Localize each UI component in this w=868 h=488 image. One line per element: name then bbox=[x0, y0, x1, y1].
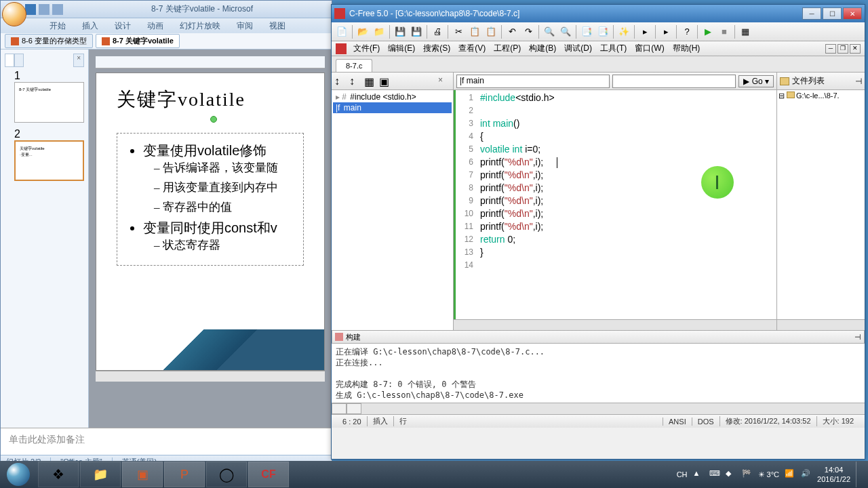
tree-main[interactable]: |f main bbox=[333, 102, 452, 113]
ribbon-tab-design[interactable]: 设计 bbox=[106, 18, 139, 33]
undo-icon[interactable] bbox=[39, 4, 50, 15]
code-editor[interactable]: 1234567891011121314 #include<stdio.h> in… bbox=[454, 90, 776, 319]
redo-icon[interactable]: ↷ bbox=[522, 26, 534, 38]
cfree-titlebar[interactable]: C-Free 5.0 - [G:\c-lesson\chap8\8-7\code… bbox=[332, 5, 865, 22]
menu-file[interactable]: 文件(F) bbox=[349, 43, 384, 54]
close-button[interactable]: ✕ bbox=[843, 7, 862, 20]
undo-icon[interactable]: ↶ bbox=[506, 26, 518, 38]
slide-content-placeholder[interactable]: 变量使用volatile修饰 告诉编译器，该变量随 用该变量直接到内存中 寄存器… bbox=[117, 133, 304, 266]
file-tree-item[interactable]: ⊟ G:\c-le...\8-7. bbox=[778, 92, 863, 100]
horizontal-scrollbar[interactable] bbox=[96, 371, 325, 382]
ppt-titlebar[interactable]: 8-7 关键字volatile - Microsof bbox=[1, 1, 332, 18]
pin-icon[interactable]: ⊣ bbox=[854, 333, 861, 342]
slide-thumb-1[interactable]: 8-7 关键字volatile bbox=[14, 82, 84, 123]
file-tab[interactable]: 8-7.c bbox=[336, 59, 372, 72]
wand-icon[interactable]: ✨ bbox=[618, 26, 630, 38]
minimize-button[interactable]: ─ bbox=[802, 7, 821, 20]
ribbon-tab-slideshow[interactable]: 幻灯片放映 bbox=[172, 18, 229, 33]
outline-tab[interactable] bbox=[14, 54, 24, 67]
start-button[interactable] bbox=[0, 461, 37, 488]
maximize-panel-icon[interactable]: ▣ bbox=[379, 75, 391, 87]
taskbar-powerpoint[interactable]: P bbox=[164, 462, 205, 487]
clock[interactable]: 14:04 2016/1/22 bbox=[817, 465, 850, 484]
find2-icon[interactable]: 🔍 bbox=[559, 26, 572, 38]
open-icon[interactable]: 📂 bbox=[357, 26, 369, 38]
help-icon[interactable]: ? bbox=[681, 26, 693, 38]
code-body[interactable]: #include<stdio.h> int main(){ volatile i… bbox=[477, 90, 776, 319]
taskbar-explorer[interactable]: 📁 bbox=[80, 462, 121, 487]
ribbon-tab-home[interactable]: 开始 bbox=[41, 18, 74, 33]
flag-icon[interactable]: 🏁 bbox=[742, 469, 753, 480]
bookmark2-icon[interactable]: 📑 bbox=[597, 26, 609, 38]
qat-more-icon[interactable] bbox=[66, 4, 77, 15]
build-tab-2[interactable] bbox=[347, 403, 361, 414]
saveall-icon[interactable]: 💾 bbox=[410, 26, 422, 38]
file-tree[interactable]: ⊟ G:\c-le...\8-7. bbox=[777, 90, 865, 319]
rotate-handle-icon[interactable] bbox=[210, 116, 217, 123]
new-file-icon[interactable]: 📄 bbox=[336, 26, 348, 38]
layout-icon[interactable]: ▦ bbox=[739, 26, 751, 38]
cut-icon[interactable]: ✂ bbox=[452, 26, 465, 38]
office-button[interactable] bbox=[2, 2, 26, 26]
menu-debug[interactable]: 调试(D) bbox=[560, 43, 596, 54]
build-panel-header[interactable]: 构建 ⊣ bbox=[332, 330, 865, 344]
close-panel-icon[interactable]: × bbox=[73, 54, 84, 67]
sort2-icon[interactable]: ↕ bbox=[349, 75, 361, 87]
maximize-button[interactable]: ☐ bbox=[823, 7, 842, 20]
pin-icon[interactable]: ⊣ bbox=[855, 77, 862, 86]
member-combo[interactable] bbox=[612, 75, 736, 88]
slide-thumb-2[interactable]: 关键字volatile·变量... bbox=[14, 140, 84, 181]
tray-icon-2[interactable]: ◆ bbox=[726, 469, 736, 480]
taskbar-app-1[interactable]: ❖ bbox=[38, 462, 79, 487]
tree-include[interactable]: ▸ # #include <stdio.h> bbox=[333, 92, 452, 102]
tray-icon-1[interactable]: ▲ bbox=[693, 469, 704, 480]
build-tab-1[interactable] bbox=[332, 403, 347, 414]
menu-search[interactable]: 搜索(S) bbox=[419, 43, 454, 54]
doc-tab-1[interactable]: 8-6 变量的存储类型 bbox=[5, 34, 93, 48]
menu-edit[interactable]: 编辑(E) bbox=[384, 43, 419, 54]
volume-icon[interactable]: 🔊 bbox=[801, 469, 812, 480]
menu-window[interactable]: 窗口(W) bbox=[631, 43, 668, 54]
taskbar-browser[interactable]: ◯ bbox=[206, 462, 247, 487]
taskbar-powerpoint-viewer[interactable]: ▣ bbox=[122, 462, 163, 487]
t2-icon[interactable]: ▸ bbox=[660, 26, 672, 38]
editor-hscroll[interactable] bbox=[454, 319, 776, 330]
run-icon[interactable]: ▶ bbox=[702, 26, 714, 38]
menu-project[interactable]: 工程(P) bbox=[490, 43, 525, 54]
redo-icon[interactable] bbox=[52, 4, 63, 15]
keyboard-icon[interactable]: ⌨ bbox=[709, 469, 720, 480]
taskbar-cfree[interactable]: CF bbox=[248, 462, 289, 487]
ribbon-tab-review[interactable]: 审阅 bbox=[229, 18, 261, 33]
go-button[interactable]: ▶ Go ▾ bbox=[738, 75, 774, 87]
thumbnail-tab[interactable] bbox=[5, 54, 14, 67]
ime-indicator[interactable]: CH bbox=[677, 470, 688, 479]
stop-icon[interactable]: ■ bbox=[718, 26, 730, 38]
menu-view[interactable]: 查看(V) bbox=[454, 43, 490, 54]
weather[interactable]: ☀ 3°C bbox=[758, 470, 780, 479]
build-output[interactable]: 正在编译 G:\c-lesson\chap8\8-7\code\8-7.c...… bbox=[332, 344, 865, 403]
notes-pane[interactable]: 单击此处添加备注 bbox=[1, 428, 332, 455]
slide-canvas[interactable]: 关键字volatile 变量使用volatile修饰 告诉编译器，该变量随 用该… bbox=[96, 73, 325, 371]
ribbon-tab-insert[interactable]: 插入 bbox=[74, 18, 106, 33]
menu-tools[interactable]: 工具(T) bbox=[596, 43, 631, 54]
open2-icon[interactable]: 📁 bbox=[373, 26, 385, 38]
slide-title[interactable]: 关键字volatile bbox=[117, 87, 304, 113]
menu-build[interactable]: 构建(B) bbox=[525, 43, 560, 54]
print-icon[interactable]: 🖨 bbox=[431, 26, 443, 38]
paste-icon[interactable]: 📋 bbox=[485, 26, 497, 38]
mdi-restore-icon[interactable]: ❐ bbox=[837, 44, 848, 54]
sort-az-icon[interactable]: ↕ bbox=[334, 75, 347, 87]
network-icon[interactable]: 📶 bbox=[785, 469, 795, 480]
ribbon-tab-view[interactable]: 视图 bbox=[261, 18, 294, 33]
filter-icon[interactable]: ▦ bbox=[364, 75, 376, 87]
find-icon[interactable]: 🔍 bbox=[543, 26, 555, 38]
horizontal-ruler[interactable] bbox=[96, 56, 325, 68]
doc-tab-2[interactable]: 8-7 关键字volatile bbox=[96, 34, 180, 48]
mdi-close-icon[interactable]: ✕ bbox=[850, 44, 861, 54]
show-desktop-button[interactable] bbox=[856, 462, 863, 487]
t1-icon[interactable]: ▸ bbox=[639, 26, 651, 38]
bookmark-icon[interactable]: 📑 bbox=[580, 26, 593, 38]
save-icon[interactable] bbox=[25, 4, 36, 15]
copy-icon[interactable]: 📋 bbox=[469, 26, 481, 38]
close-panel-icon[interactable]: × bbox=[438, 75, 450, 87]
